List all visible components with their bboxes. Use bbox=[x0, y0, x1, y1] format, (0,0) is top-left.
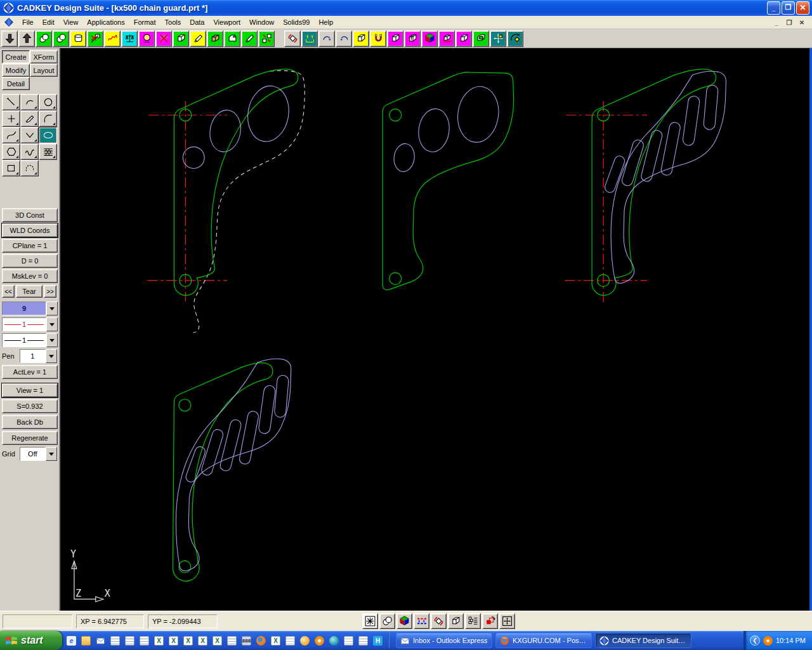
hatch-tool-icon[interactable] bbox=[39, 143, 57, 160]
cube-view-icon[interactable] bbox=[448, 613, 464, 629]
task-cadkey[interactable]: CADKEY Design Suite ... bbox=[595, 633, 691, 648]
dynamic-rotate-icon[interactable] bbox=[284, 30, 301, 47]
menu-tools[interactable]: Tools bbox=[160, 17, 186, 27]
ellipse-tool-icon[interactable] bbox=[39, 127, 57, 143]
notepad-icon[interactable] bbox=[225, 633, 239, 647]
menu-edit[interactable]: Edit bbox=[38, 17, 59, 27]
shaded-view-icon[interactable] bbox=[396, 613, 412, 629]
rotate-view-icon[interactable] bbox=[438, 30, 455, 47]
isometric-cube-icon[interactable] bbox=[353, 30, 369, 47]
tray-app-icon[interactable] bbox=[763, 636, 773, 646]
norton-clock-icon[interactable] bbox=[313, 633, 326, 647]
menu-data[interactable]: Data bbox=[185, 17, 209, 27]
color-combo[interactable]: 9 bbox=[2, 302, 58, 315]
menu-help[interactable]: Help bbox=[314, 17, 337, 27]
spline-tool-icon[interactable] bbox=[20, 143, 39, 160]
pencil-edit-icon[interactable] bbox=[241, 30, 258, 47]
snap-grid-icon[interactable] bbox=[362, 613, 378, 629]
rotate-gnomon-icon[interactable] bbox=[431, 613, 447, 629]
rectangle-tool-icon[interactable] bbox=[2, 160, 20, 176]
notepad-icon[interactable] bbox=[123, 633, 136, 647]
notepad-icon[interactable] bbox=[108, 633, 122, 647]
tear-right-button[interactable]: >> bbox=[44, 285, 56, 298]
line-style-combo[interactable]: 1 bbox=[2, 317, 58, 331]
mode-xform-button[interactable]: XForm bbox=[30, 50, 58, 63]
select-circles-icon[interactable] bbox=[379, 613, 395, 629]
line-style-dropdown-icon[interactable] bbox=[46, 317, 58, 331]
vertical-dimension-icon[interactable] bbox=[301, 30, 318, 47]
document-icon[interactable] bbox=[284, 633, 297, 647]
menu-view[interactable]: View bbox=[59, 17, 83, 27]
mode-modify-button[interactable]: Modify bbox=[2, 63, 30, 77]
firefox-icon[interactable] bbox=[254, 633, 268, 647]
entity-select-icon[interactable] bbox=[36, 30, 52, 47]
copy-entities-icon[interactable] bbox=[258, 30, 275, 47]
pencil-eraser-icon[interactable] bbox=[190, 30, 206, 47]
actlev-button[interactable]: ActLev = 1 bbox=[2, 365, 58, 379]
copy-rotate-icon[interactable] bbox=[482, 613, 498, 629]
wld-coords-button[interactable]: WLD Coords bbox=[2, 223, 58, 237]
solid-round-icon[interactable] bbox=[224, 30, 240, 47]
backdb-button[interactable]: Back Db bbox=[2, 415, 58, 429]
level-up-icon[interactable] bbox=[18, 30, 35, 47]
polygon-tool-icon[interactable] bbox=[2, 143, 20, 160]
undo-icon[interactable] bbox=[336, 30, 352, 47]
solid-cylinder-icon[interactable] bbox=[70, 30, 86, 47]
menu-applications[interactable]: Applications bbox=[82, 17, 129, 27]
excel-web-icon[interactable] bbox=[269, 633, 282, 647]
minimize-icon[interactable]: _ bbox=[767, 1, 780, 15]
delete-redline-icon[interactable] bbox=[155, 30, 172, 47]
chamfer-tool-icon[interactable] bbox=[20, 127, 39, 143]
freehand-redline-icon[interactable] bbox=[104, 30, 121, 47]
pen-dropdown-icon[interactable] bbox=[46, 349, 57, 363]
delete-flag-icon[interactable] bbox=[87, 30, 103, 47]
measure-balance-icon[interactable] bbox=[121, 30, 138, 47]
render-sphere-icon[interactable] bbox=[138, 30, 155, 47]
pan-arrows-icon[interactable] bbox=[490, 30, 506, 47]
restore-icon[interactable]: ❐ bbox=[782, 1, 795, 15]
grid-dropdown-icon[interactable] bbox=[46, 447, 57, 461]
color-dropdown-icon[interactable] bbox=[46, 302, 58, 315]
scale-button[interactable]: S=0.932 bbox=[2, 399, 58, 413]
fillet-tool-icon[interactable] bbox=[39, 110, 57, 127]
internet-explorer-icon[interactable] bbox=[65, 633, 78, 647]
level-down-icon[interactable] bbox=[1, 30, 18, 47]
powerpoint-icon[interactable] bbox=[298, 633, 311, 647]
redo-icon[interactable] bbox=[318, 30, 335, 47]
start-button[interactable]: start bbox=[0, 631, 62, 650]
close-icon[interactable]: ✕ bbox=[796, 1, 809, 15]
excel-icon[interactable] bbox=[196, 633, 209, 647]
mode-detail-button[interactable]: Detail bbox=[2, 77, 30, 90]
3d-const-button[interactable]: 3D Const bbox=[2, 208, 58, 222]
line-tool-icon[interactable] bbox=[2, 94, 20, 110]
hollow-cube-icon[interactable] bbox=[473, 30, 489, 47]
wireframe-cube-icon[interactable] bbox=[173, 30, 189, 47]
line-width-dropdown-icon[interactable] bbox=[46, 333, 58, 347]
masklevel-button[interactable]: MskLev = 0 bbox=[2, 269, 58, 283]
view-button[interactable]: View = 1 bbox=[2, 383, 58, 397]
cplane-button[interactable]: CPlane = 1 bbox=[2, 239, 58, 253]
pen-combo[interactable]: 1 bbox=[20, 349, 57, 363]
tear-left-button[interactable]: << bbox=[2, 285, 15, 298]
shaded-rgb-cube-icon[interactable] bbox=[421, 30, 438, 47]
tear-button[interactable]: Tear bbox=[16, 285, 43, 298]
document-icon[interactable] bbox=[342, 633, 355, 647]
cube-sections-icon[interactable] bbox=[404, 30, 421, 47]
notepad-icon[interactable] bbox=[138, 633, 151, 647]
mode-create-button[interactable]: Create bbox=[2, 50, 30, 63]
mdi-minimize-icon[interactable]: _ bbox=[771, 18, 782, 27]
fit-view-icon[interactable] bbox=[499, 613, 515, 629]
excel-icon[interactable] bbox=[211, 633, 224, 647]
chain-select-icon[interactable] bbox=[465, 613, 481, 629]
mdi-restore-icon[interactable]: ❐ bbox=[784, 18, 794, 27]
task-outlook-express[interactable]: Inbox - Outlook Express bbox=[396, 633, 492, 648]
mode-layout-button[interactable]: Layout bbox=[30, 63, 58, 77]
plain-cube-icon[interactable] bbox=[455, 30, 472, 47]
menu-window[interactable]: Window bbox=[245, 17, 278, 27]
arc-tool-icon[interactable] bbox=[20, 94, 39, 110]
entity-copy-icon[interactable] bbox=[53, 30, 69, 47]
magnet-snap-icon[interactable] bbox=[370, 30, 386, 47]
excel-icon[interactable] bbox=[167, 633, 180, 647]
drawing-canvas[interactable]: Y Z X bbox=[60, 48, 809, 611]
tray-collapse-icon[interactable]: ❮ bbox=[750, 635, 760, 646]
